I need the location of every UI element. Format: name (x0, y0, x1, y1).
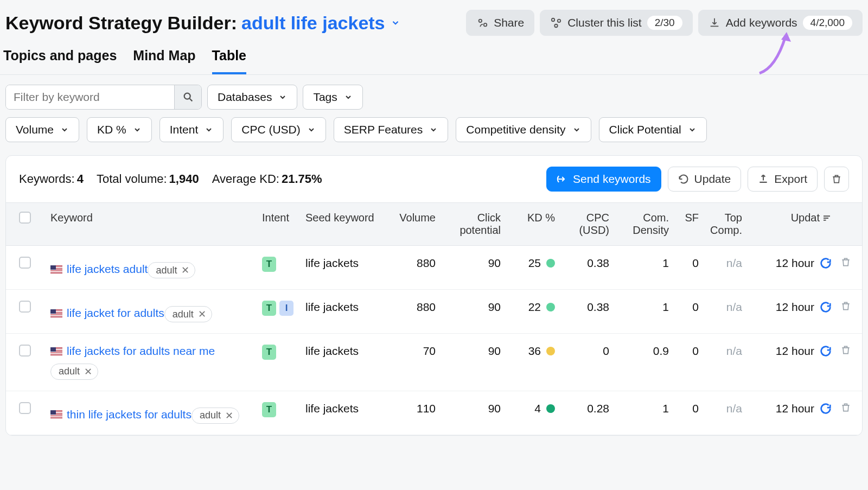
export-label: Export (774, 173, 807, 186)
sf-value: 0 (669, 257, 699, 270)
search-button[interactable] (174, 85, 201, 109)
intent-badge-i: I (279, 301, 293, 316)
add-keywords-button[interactable]: Add keywords 4/2,000 (698, 10, 863, 36)
delete-row-button[interactable] (832, 301, 860, 314)
cpc-value: 0.38 (555, 301, 609, 314)
send-icon (557, 174, 567, 184)
volume-value: 70 (376, 345, 436, 358)
cluster-icon (550, 17, 562, 29)
delete-row-button[interactable] (832, 257, 860, 270)
col-keyword[interactable]: Keyword (50, 212, 262, 224)
click-potential-value: 90 (436, 301, 501, 314)
export-button[interactable]: Export (748, 167, 818, 192)
chevron-down-icon (429, 125, 438, 134)
row-checkbox[interactable] (19, 257, 31, 269)
select-all-checkbox[interactable] (19, 212, 31, 224)
keyword-link[interactable]: life jackets adult (50, 263, 148, 276)
share-button[interactable]: Share (466, 10, 534, 36)
tab-table[interactable]: Table (212, 48, 246, 74)
refresh-row-button[interactable] (820, 301, 832, 313)
sf-value: 0 (669, 301, 699, 314)
filter-label: SERP Features (344, 123, 423, 136)
remove-tag-button[interactable]: ✕ (225, 410, 233, 422)
svg-point-1 (484, 23, 487, 26)
cluster-button[interactable]: Cluster this list 2/30 (540, 10, 693, 36)
filter-dropdown-serp-features[interactable]: SERP Features (334, 117, 449, 142)
total-volume-value: 1,940 (169, 172, 199, 186)
col-com-density[interactable]: Com. Density (609, 212, 669, 237)
delete-all-button[interactable] (824, 167, 849, 192)
tab-topics-pages[interactable]: Topics and pages (3, 48, 117, 74)
row-checkbox[interactable] (19, 345, 31, 357)
send-keywords-button[interactable]: Send keywords (546, 167, 661, 192)
keyword-link[interactable]: thin life jackets for adults (50, 408, 192, 421)
remove-tag-button[interactable]: ✕ (181, 264, 189, 276)
col-cpc[interactable]: CPC (USD) (555, 212, 609, 237)
keywords-count-label: Keywords: (19, 172, 75, 186)
refresh-row-button[interactable] (820, 257, 832, 269)
col-click-potential[interactable]: Click potential (436, 212, 501, 237)
refresh-row-button[interactable] (820, 403, 832, 415)
delete-row-button[interactable] (832, 402, 860, 416)
chevron-down-icon (391, 18, 400, 28)
filter-dropdown-kd-[interactable]: KD % (87, 117, 152, 142)
tags-dropdown[interactable]: Tags (303, 85, 362, 110)
filter-dropdown-cpc-usd-[interactable]: CPC (USD) (231, 117, 326, 142)
keyword-text: life jacket for adults (67, 307, 164, 320)
volume-value: 110 (376, 402, 436, 415)
tag-text: adult (59, 366, 80, 377)
keyword-list-name[interactable]: adult life jackets (241, 12, 400, 34)
intent-badge-t: T (262, 257, 276, 272)
density-value: 1 (609, 402, 669, 415)
intent-badge-t: T (262, 402, 276, 417)
col-kd[interactable]: KD % (501, 212, 555, 224)
filter-dropdown-volume[interactable]: Volume (5, 117, 79, 142)
col-seed[interactable]: Seed keyword (305, 212, 376, 224)
trash-icon (840, 301, 851, 311)
search-icon (182, 91, 194, 103)
update-button[interactable]: Update (668, 167, 742, 192)
col-updated[interactable]: Updat (742, 212, 832, 224)
trash-icon (840, 257, 851, 268)
row-checkbox[interactable] (19, 402, 31, 414)
remove-tag-button[interactable]: ✕ (84, 366, 92, 378)
trash-icon (840, 402, 851, 413)
chevron-down-icon (307, 125, 316, 134)
keyword-list-label: adult life jackets (241, 12, 385, 34)
databases-dropdown[interactable]: Databases (207, 85, 297, 110)
trash-icon (840, 345, 851, 355)
kd-value: 4 (534, 402, 541, 415)
download-icon (709, 17, 720, 29)
refresh-row-button[interactable] (820, 345, 832, 357)
trash-icon (831, 174, 842, 184)
row-checkbox[interactable] (19, 301, 31, 313)
updated-value: 12 hour (776, 301, 814, 314)
col-sf[interactable]: SF (669, 212, 699, 224)
keyword-link[interactable]: life jacket for adults (50, 307, 164, 320)
keyword-tag[interactable]: adult✕ (164, 306, 212, 322)
keyword-link[interactable]: life jackets for adults near me (50, 345, 215, 358)
share-icon (476, 17, 488, 29)
filter-keyword-input[interactable] (6, 85, 174, 109)
keyword-tag[interactable]: adult✕ (50, 364, 98, 380)
add-keywords-count: 4/2,000 (803, 16, 852, 30)
keyword-tag[interactable]: adult✕ (148, 262, 195, 278)
remove-tag-button[interactable]: ✕ (198, 308, 206, 320)
click-potential-value: 90 (436, 257, 501, 270)
filter-dropdown-competitive-density[interactable]: Competitive density (456, 117, 591, 142)
col-intent[interactable]: Intent (262, 212, 305, 224)
col-top-comp[interactable]: Top Comp. (699, 212, 742, 237)
table-row: life jacket for adultsadult✕TIlife jacke… (6, 290, 862, 334)
filter-dropdown-click-potential[interactable]: Click Potential (599, 117, 707, 142)
tab-mind-map[interactable]: Mind Map (133, 48, 195, 74)
chevron-down-icon (133, 125, 142, 134)
updated-value: 12 hour (776, 345, 814, 358)
delete-row-button[interactable] (832, 345, 860, 358)
col-volume[interactable]: Volume (376, 212, 436, 224)
col-updated-label: Updat (791, 212, 820, 224)
cpc-value: 0.28 (555, 402, 609, 415)
svg-point-4 (554, 24, 558, 28)
filter-dropdown-intent[interactable]: Intent (159, 117, 224, 142)
svg-point-2 (552, 18, 555, 22)
keyword-tag[interactable]: adult✕ (192, 408, 239, 424)
